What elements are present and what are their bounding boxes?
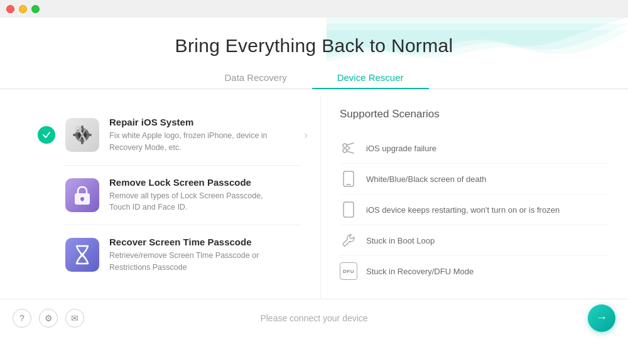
svg-rect-4 [73, 134, 78, 136]
svg-line-14 [347, 151, 354, 153]
titlebar [0, 0, 628, 18]
nav-arrow-icon: › [304, 129, 308, 142]
scenario-restarting: iOS device keeps restarting, won't turn … [340, 195, 609, 225]
repair-ios-text: Repair iOS System Fix white Apple logo, … [109, 117, 268, 154]
phone-icon [340, 170, 357, 188]
hero-title: Bring Everything Back to Normal [0, 35, 628, 56]
help-button[interactable]: ? [13, 309, 31, 328]
next-button[interactable]: → [588, 304, 615, 332]
remove-lock-desc: Remove all types of Lock Screen Passcode… [109, 190, 263, 214]
settings-button[interactable]: ⚙ [39, 309, 58, 328]
svg-rect-5 [87, 134, 92, 136]
scenario-screen-death: White/Blue/Black screen of death [340, 164, 609, 195]
feature-repair-ios[interactable]: Repair iOS System Fix white Apple logo, … [31, 108, 308, 163]
left-panel: Repair iOS System Fix white Apple logo, … [0, 95, 320, 299]
svg-line-13 [347, 143, 354, 145]
feature-remove-lock[interactable]: Remove Lock Screen Passcode Remove all t… [31, 168, 308, 223]
svg-rect-3 [81, 139, 84, 144]
tab-data-recovery[interactable]: Data Recovery [199, 67, 311, 89]
bottom-bar: ? ⚙ ✉ Please connect your device → [0, 299, 628, 336]
supported-scenarios-heading: Supported Scenarios [340, 108, 609, 120]
repair-ios-title: Repair iOS System [109, 117, 268, 127]
svg-point-11 [343, 144, 347, 147]
svg-rect-9 [82, 199, 83, 201]
scenario-boot-loop-text: Stuck in Boot Loop [366, 236, 435, 245]
scenario-restarting-text: iOS device keeps restarting, won't turn … [366, 205, 560, 215]
divider-1 [63, 165, 301, 166]
divider-2 [63, 225, 301, 225]
selection-checkmark [38, 126, 55, 144]
mail-button[interactable]: ✉ [65, 309, 84, 328]
screen-time-desc: Retrieve/remove Screen Time Passcode orR… [109, 250, 259, 274]
svg-line-15 [347, 146, 350, 148]
phone-restart-icon [340, 201, 357, 218]
screen-time-title: Recover Screen Time Passcode [109, 237, 259, 247]
right-panel: Supported Scenarios iOS upgrade failure [320, 95, 628, 299]
screen-time-text: Recover Screen Time Passcode Retrieve/re… [109, 237, 259, 274]
bottom-icons: ? ⚙ ✉ [13, 309, 84, 328]
close-button[interactable] [6, 5, 14, 13]
scenario-dfu-text: Stuck in Recovery/DFU Mode [366, 267, 474, 276]
wrench-icon [340, 232, 357, 249]
tabs-bar: Data Recovery Device Rescuer [0, 67, 628, 89]
settings-icon: ⚙ [45, 313, 53, 323]
scenario-ios-upgrade-text: iOS upgrade failure [366, 144, 436, 153]
next-arrow-icon: → [596, 311, 607, 324]
hero-section: Bring Everything Back to Normal Data Rec… [0, 18, 628, 95]
help-icon: ? [19, 313, 24, 323]
scissors-icon [340, 139, 357, 157]
svg-point-10 [80, 253, 84, 257]
maximize-button[interactable] [31, 5, 40, 13]
repair-ios-desc: Fix white Apple logo, frozen iPhone, dev… [109, 130, 268, 154]
remove-lock-title: Remove Lock Screen Passcode [109, 177, 263, 188]
scenario-screen-death-text: White/Blue/Black screen of death [366, 174, 487, 184]
scenario-ios-upgrade: iOS upgrade failure [340, 133, 609, 164]
repair-ios-icon [65, 118, 99, 152]
svg-rect-19 [344, 202, 354, 217]
dfu-icon: DFU [340, 262, 357, 280]
remove-lock-text: Remove Lock Screen Passcode Remove all t… [109, 177, 263, 214]
scenario-dfu-mode: DFU Stuck in Recovery/DFU Mode [340, 256, 609, 286]
feature-screen-time[interactable]: Recover Screen Time Passcode Retrieve/re… [31, 228, 308, 282]
minimize-button[interactable] [19, 5, 27, 13]
lock-icon [65, 178, 99, 212]
hourglass-icon [65, 238, 99, 272]
content-area: Repair iOS System Fix white Apple logo, … [0, 95, 628, 299]
scenario-boot-loop: Stuck in Boot Loop [340, 225, 609, 256]
svg-point-12 [343, 149, 347, 153]
svg-line-16 [347, 148, 350, 151]
mail-icon: ✉ [71, 313, 78, 323]
tab-device-rescuer[interactable]: Device Rescuer [312, 67, 429, 89]
status-text: Please connect your device [260, 313, 367, 323]
